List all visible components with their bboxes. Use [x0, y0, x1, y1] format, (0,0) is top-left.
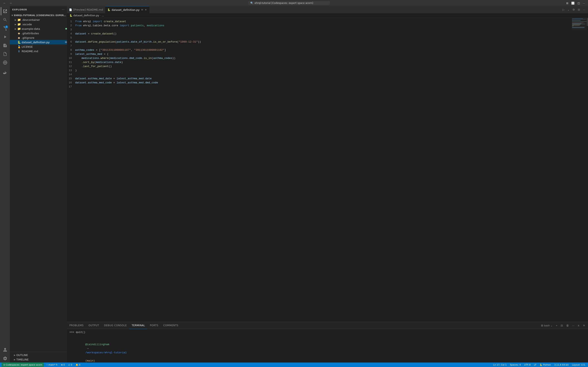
tree-root[interactable]: ▼ EHRQL-TUTORIAL [CODESPACES: EXPERT SPA…	[10, 13, 67, 17]
tree-item-gitattributes[interactable]: ◆ .gitattributes	[10, 31, 67, 35]
code-line-1: 1 from ehrql import create_dataset	[67, 20, 572, 24]
status-spaces[interactable]: Spaces: 4	[509, 363, 521, 367]
minimap-line-13	[572, 26, 574, 26]
split-editor-button[interactable]: ⊟	[577, 7, 581, 12]
titlebar-nav: ← →	[2, 1, 13, 5]
term-space	[85, 355, 87, 358]
code-line-11: 11 .sort_by(medications.date)	[67, 60, 572, 64]
minimap-line-16	[572, 27, 585, 28]
panel-tab-terminal[interactable]: TERMINAL	[129, 322, 147, 329]
panel-tab-ports[interactable]: PORTS	[147, 322, 161, 329]
terminal-split-button[interactable]: ⊟	[559, 323, 564, 328]
sidebar-more-button[interactable]: ···	[62, 8, 65, 11]
status-language[interactable]: 🐍 Python	[539, 363, 552, 367]
sidebar-footer: ▶ OUTLINE ▶ TIMELINE	[10, 352, 67, 363]
timeline-arrow: ▶	[13, 358, 16, 361]
panel-content[interactable]: >>> quit() @iaindillingham → /workspaces…	[67, 329, 588, 363]
activity-test[interactable]	[1, 50, 9, 58]
split-icon-btn[interactable]: ◫	[576, 1, 581, 5]
tree-item-dataset-def[interactable]: 🐍 dataset_definition.py M	[10, 40, 67, 44]
activity-source-control[interactable]: 7	[1, 24, 9, 33]
status-branch[interactable]: ⑂ main* ↻	[45, 363, 58, 367]
error-icon: ⊗	[61, 364, 63, 366]
run-chevron-button[interactable]: ⌄	[566, 7, 571, 12]
line-code-8: asthma_codes = ["39113311000001107", "39…	[75, 48, 572, 52]
warning-icon: ⚠	[68, 364, 70, 366]
tree-item-outline[interactable]: ▶ OUTLINE	[10, 353, 67, 357]
run-button[interactable]: ▷	[561, 7, 566, 12]
terminal-more-button[interactable]: ···	[571, 323, 576, 328]
panel-tab-comments[interactable]: COMMENTS	[161, 322, 181, 329]
panel-tab-output[interactable]: OUTPUT	[86, 322, 102, 329]
tab-dataset-close[interactable]: ✕	[144, 8, 147, 12]
tree-item-example-data[interactable]: ▶ 📁 example-data	[10, 26, 67, 31]
activity-run-debug[interactable]	[1, 33, 9, 41]
statusbar-left: ⊙ Codespaces: expert space acorn ⑂ main*…	[2, 363, 81, 367]
line-code-15: dataset.asthma_med_date = latest_asthma_…	[75, 77, 572, 81]
line-code-11: .sort_by(medications.date)	[75, 60, 572, 64]
tab-dataset-def[interactable]: 🐍 dataset_definition.py M ✕	[105, 6, 149, 13]
sidebar-header: EXPLORER ···	[10, 6, 67, 13]
tree-item-devcontainer[interactable]: ▶ 📁 .devcontainer	[10, 17, 67, 22]
activity-settings[interactable]	[1, 354, 9, 363]
tree-item-gitignore[interactable]: ◆ .gitignore	[10, 35, 67, 40]
line-num-14: 14	[67, 73, 75, 77]
activity-remote[interactable]	[1, 58, 9, 67]
activity-account[interactable]	[1, 346, 9, 354]
breadcrumb-more[interactable]: ...	[102, 14, 104, 17]
screen-icon-btn[interactable]: ⬜	[570, 1, 576, 5]
tree-item-timeline[interactable]: ▶ TIMELINE	[10, 357, 67, 362]
activity-explorer[interactable]	[1, 7, 9, 15]
activity-search[interactable]	[1, 16, 9, 24]
back-button[interactable]: ←	[2, 1, 7, 5]
panel-close-button[interactable]: ✕	[582, 323, 586, 328]
terminal-bash-button[interactable]: 🖥 bash ⌄	[539, 323, 554, 328]
panel-collapse-button[interactable]: ∧	[576, 323, 581, 328]
tree-item-readme[interactable]: ℹ README.md	[10, 49, 67, 53]
code-editor[interactable]: 1 from ehrql import create_dataset 2 fro…	[67, 18, 572, 322]
status-encoding[interactable]: UTF-8	[523, 363, 531, 367]
code-line-2: 2 from ehrql.tables.beta.core import pat…	[67, 24, 572, 28]
terminal-delete-button[interactable]: 🗑	[565, 323, 570, 328]
more-icon-btn[interactable]: ···	[582, 1, 586, 5]
breadcrumb-file[interactable]: dataset_definition.py	[73, 14, 99, 17]
code-line-10: 10 medications.where(medications.dmd_cod…	[67, 56, 572, 60]
status-position[interactable]: Ln 17, Col 1	[493, 363, 508, 367]
tree-item-vscode[interactable]: ▶ 📁 .vscode	[10, 22, 67, 26]
panel-tab-debug-console[interactable]: DEBUG CONSOLE	[102, 322, 129, 329]
tab-readme-preview[interactable]: 📄 [Preview] README.md	[67, 6, 105, 13]
line-num-12: 12	[67, 64, 75, 68]
license-icon: 🏅	[17, 45, 21, 49]
status-errors[interactable]: ⊗ 0	[60, 363, 66, 367]
status-eol[interactable]: LF	[533, 363, 537, 367]
activity-extensions[interactable]	[1, 42, 9, 50]
status-layout[interactable]: Layout: U.S.	[571, 363, 586, 367]
editor-more-button[interactable]: ···	[582, 7, 586, 12]
position-label: Ln 17, Col 1	[493, 364, 507, 366]
tabs-bar: 📄 [Preview] README.md 🐍 dataset_definiti…	[67, 6, 588, 13]
tree-item-license[interactable]: 🏅 LICENSE	[10, 44, 67, 49]
activity-docker[interactable]	[1, 69, 9, 77]
forward-button[interactable]: →	[8, 1, 13, 5]
panel-tab-problems[interactable]: PROBLEMS	[67, 322, 86, 329]
activity-bar: 7	[0, 6, 10, 363]
line-code-6: dataset.define_population(patients.date_…	[75, 40, 572, 44]
status-remote[interactable]: ⊙ Codespaces: expert space acorn	[2, 363, 44, 367]
panel-tab-comments-label: COMMENTS	[163, 324, 178, 327]
titlebar-search[interactable]: 🔍 ehrql-tutorial [Codespaces: expert spa…	[248, 1, 330, 5]
readme-label: README.md	[22, 50, 67, 53]
breadcrumb-sep: ›	[100, 14, 101, 17]
vscode-arrow: ▶	[14, 23, 17, 26]
remote-icon: ⊙	[3, 364, 5, 366]
status-version[interactable]: 3.11.6 64-bit	[553, 363, 570, 367]
grid-icon-btn[interactable]: ⊞	[565, 1, 570, 5]
terminal-line-blank	[69, 334, 586, 338]
status-warnings[interactable]: ⚠ 0	[67, 363, 73, 367]
line-code-12: .last_for_patient()	[75, 64, 572, 68]
debug-settings-button[interactable]: ⚙	[571, 7, 576, 12]
line-num-10: 10	[67, 56, 75, 60]
tab-dataset-icon: 🐍	[107, 8, 111, 11]
terminal-add-button[interactable]: +	[555, 323, 559, 328]
quit-text: >>> quit()	[69, 331, 85, 334]
status-bell[interactable]: 🔔 0	[75, 363, 81, 367]
